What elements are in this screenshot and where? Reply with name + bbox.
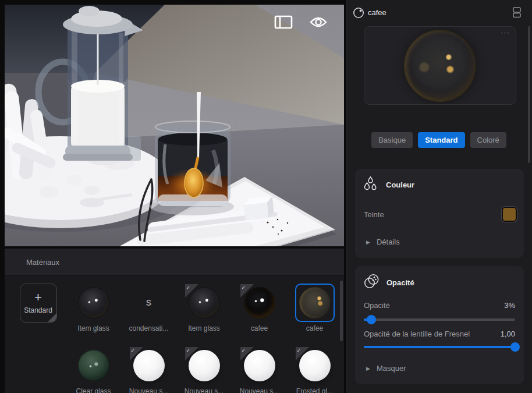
checkmark-badge: ✓	[240, 347, 254, 360]
inspector-header: cafee	[346, 0, 532, 24]
opacity-slider-thumb[interactable]	[367, 315, 376, 324]
fresnel-label: Opacité de la lentille de Fresnel	[364, 330, 470, 338]
material-sphere	[299, 287, 331, 318]
inspector-scrollbar[interactable]	[528, 26, 530, 163]
material-thumb[interactable]	[74, 346, 114, 385]
material-tile-label: condensati...	[129, 324, 168, 332]
material-thumb[interactable]: ✓	[240, 346, 279, 385]
checkmark-badge: ✓	[296, 347, 309, 360]
checkmark-badge: ✓	[185, 347, 198, 360]
material-sphere	[78, 287, 109, 318]
opacity-section: Opacité Opacité 3% Opacité de la lentill…	[355, 266, 524, 384]
inspector-panel: cafee ··· BasiqueStandardColoré	[346, 0, 532, 393]
material-name: cafee	[368, 8, 386, 17]
fresnel-slider-thumb[interactable]	[510, 342, 520, 352]
3d-viewport[interactable]	[5, 5, 344, 246]
material-tile[interactable]: cafee	[287, 284, 342, 332]
device-toggle-icon[interactable]	[513, 7, 522, 20]
material-tile[interactable]: ✓Nouveau s...	[176, 346, 232, 393]
opacity-section-title: Opacité	[386, 278, 414, 287]
material-thumb[interactable]: ✓	[185, 346, 224, 385]
chevron-right-icon: ▶	[366, 366, 370, 371]
materials-row-1: +StandardItem glassScondensati...✓Item g…	[5, 284, 344, 332]
material-tile[interactable]: ✓Nouveau s...	[121, 346, 176, 393]
material-thumb[interactable]: ✓	[295, 346, 335, 385]
app-window: Matériaux +StandardItem glassScondensati…	[0, 0, 532, 393]
plus-icon: +	[34, 292, 42, 303]
material-tile[interactable]: ✓cafee	[232, 284, 287, 332]
opacity-slider[interactable]	[364, 315, 515, 324]
mode-button-basique[interactable]: Basique	[371, 132, 413, 148]
material-tile[interactable]: Item glass	[66, 284, 121, 332]
mode-button-coloré[interactable]: Coloré	[470, 132, 506, 148]
material-thumb[interactable]: ✓	[185, 284, 224, 322]
material-preview[interactable]: ···	[364, 26, 516, 105]
material-tile-label: Nouveau s...	[185, 387, 224, 393]
selected-material-thumb[interactable]	[295, 284, 335, 322]
3d-scene	[5, 5, 344, 246]
material-tile[interactable]: ✓Frosted gl...	[287, 346, 342, 393]
viewport-toolbar	[274, 15, 328, 29]
materials-row-2: Clear glass✓Nouveau s...✓Nouveau s...✓No…	[5, 346, 344, 393]
mask-toggle[interactable]: ▶ Masquer	[366, 364, 406, 373]
material-sphere	[78, 350, 109, 381]
opacity-value: 3%	[504, 301, 515, 310]
materials-panel-header: Matériaux	[5, 249, 344, 276]
material-tile[interactable]: Clear glass	[66, 346, 121, 393]
overlapping-circles-icon	[363, 273, 380, 292]
eye-icon[interactable]	[309, 15, 328, 29]
fresnel-slider[interactable]	[364, 342, 515, 352]
material-tile-label: Frosted gl...	[296, 387, 333, 393]
checkmark-badge: ✓	[130, 347, 143, 360]
material-tile[interactable]: ✓Item glass	[176, 284, 232, 332]
material-thumb[interactable]: S	[129, 284, 169, 322]
tint-label: Teinte	[364, 210, 384, 219]
add-material-tile[interactable]: +Standard	[10, 284, 66, 332]
checkmark-badge: ✓	[240, 284, 254, 298]
left-column: Matériaux +StandardItem glassScondensati…	[0, 0, 344, 393]
split-panel-icon[interactable]	[274, 15, 293, 29]
browser-scrollbar[interactable]	[340, 281, 343, 341]
color-details-toggle[interactable]: ▶ Détails	[366, 238, 400, 246]
tint-swatch[interactable]	[502, 207, 517, 222]
color-section-title: Couleur	[386, 180, 414, 189]
material-tile[interactable]: Scondensati...	[121, 284, 176, 332]
preview-menu-button[interactable]: ···	[501, 28, 510, 37]
details-label: Détails	[377, 238, 400, 246]
material-tile-label: Nouveau s...	[129, 387, 168, 393]
empty-slot	[10, 346, 66, 393]
chevron-right-icon: ▶	[366, 239, 370, 245]
material-tile-label: Item glass	[77, 324, 109, 332]
material-tile-label: Item glass	[188, 324, 220, 332]
material-tile-label: Nouveau s...	[240, 387, 279, 393]
color-section: Couleur Teinte ▶ Détails	[355, 169, 524, 258]
fresnel-value: 1,00	[501, 330, 515, 338]
materials-browser: +StandardItem glassScondensati...✓Item g…	[5, 276, 344, 393]
mode-switcher: BasiqueStandardColoré	[346, 132, 532, 148]
preview-sphere	[404, 30, 476, 102]
checkmark-badge: ✓	[185, 284, 198, 298]
material-tile-label: cafee	[251, 324, 268, 332]
folded-corner	[47, 313, 57, 323]
materials-title: Matériaux	[5, 258, 59, 267]
material-ball-icon	[353, 7, 364, 21]
droplets-icon	[363, 176, 378, 194]
mask-label: Masquer	[377, 364, 406, 373]
material-tile[interactable]: ✓Nouveau s...	[232, 346, 287, 393]
material-thumb[interactable]: ✓	[240, 284, 279, 322]
letter-thumb: S	[146, 298, 151, 307]
opacity-label: Opacité	[364, 301, 390, 310]
material-tile-label: Clear glass	[76, 387, 111, 393]
material-thumb[interactable]: ✓	[129, 346, 169, 385]
material-tile-label: cafee	[306, 324, 323, 332]
mode-button-standard[interactable]: Standard	[418, 132, 464, 148]
material-thumb[interactable]	[74, 284, 114, 322]
